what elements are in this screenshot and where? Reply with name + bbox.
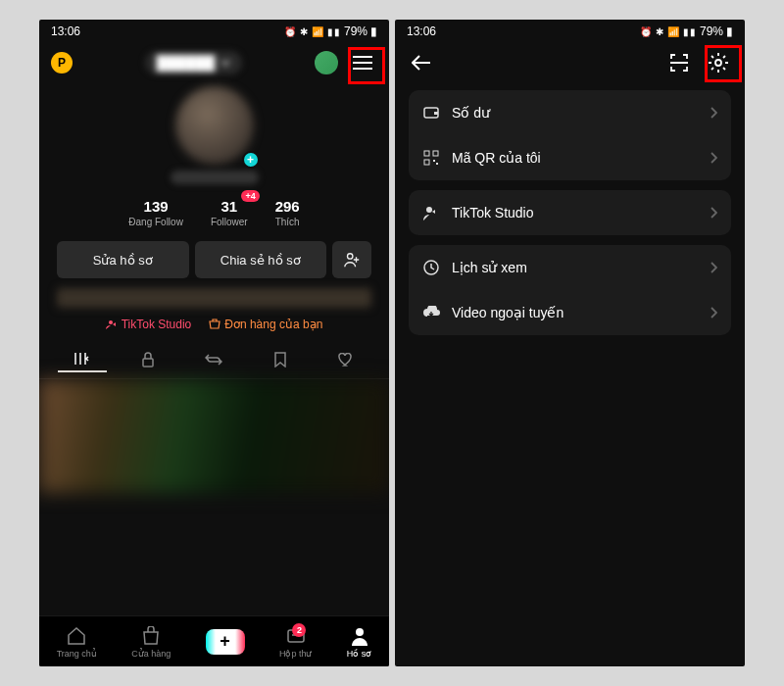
profile-avatar[interactable] [175, 86, 254, 165]
bottom-nav: Trang chủ Cửa hàng + 2 Hộp thư [39, 615, 389, 666]
status-indicators: ⏰ ✱ 📶 ▮▮ 79% ▮ [284, 24, 377, 38]
nav-home[interactable]: Trang chủ [57, 625, 97, 659]
person-icon [422, 204, 440, 221]
nav-shop[interactable]: Cửa hàng [131, 625, 171, 659]
settings-card-studio: TikTok Studio [409, 190, 731, 235]
settings-card-content: Lịch sử xem Video ngoại tuyến [409, 245, 731, 335]
profile-screen: 13:06 ⏰ ✱ 📶 ▮▮ 79% ▮ P ██████ [39, 20, 389, 666]
svg-rect-12 [436, 163, 438, 165]
bluetooth-icon: ✱ [300, 26, 309, 37]
settings-button[interactable] [704, 48, 733, 77]
qr-icon [422, 149, 440, 167]
inbox-badge: 2 [292, 623, 306, 637]
add-friend-button[interactable] [332, 241, 371, 278]
chevron-right-icon [710, 307, 717, 318]
battery-icon: ▮ [726, 24, 733, 38]
svg-point-1 [109, 320, 113, 324]
nav-profile[interactable]: Hồ sơ [347, 625, 372, 659]
svg-rect-2 [143, 359, 153, 367]
alarm-icon: ⏰ [640, 26, 653, 37]
status-time: 13:06 [407, 24, 436, 38]
chevron-right-icon [710, 107, 717, 119]
svg-rect-11 [433, 160, 435, 162]
signal-icon: ▮▮ [327, 26, 341, 37]
svg-point-13 [426, 207, 432, 213]
battery-icon: ▮ [370, 24, 377, 38]
chevron-right-icon [710, 262, 717, 273]
battery-pct: 79% [700, 24, 723, 38]
add-story-badge[interactable]: + [242, 151, 260, 169]
clock-icon [422, 259, 440, 276]
shop-icon [140, 625, 162, 647]
profile-avatar-section: + [39, 86, 389, 184]
promo-banner[interactable] [57, 288, 371, 308]
create-icon: + [206, 629, 245, 655]
share-profile-button[interactable]: Chia sẻ hồ sơ [195, 241, 327, 278]
wifi-icon: 📶 [312, 26, 324, 37]
nav-create[interactable]: + [206, 629, 245, 655]
menu-qr[interactable]: Mã QR của tôi [409, 135, 731, 180]
svg-point-4 [356, 628, 364, 636]
wifi-icon: 📶 [667, 26, 680, 37]
menu-button[interactable] [348, 48, 377, 77]
settings-header [395, 43, 745, 82]
settings-screen: 13:06 ⏰ ✱ 📶 ▮▮ 79% ▮ [395, 20, 745, 666]
username-dropdown[interactable]: ██████ [145, 51, 243, 74]
battery-pct: 79% [344, 24, 368, 38]
svg-rect-9 [433, 151, 438, 156]
content-tabs [39, 347, 389, 379]
settings-card-account: Số dư Mã QR của tôi [409, 90, 731, 180]
chevron-right-icon [710, 207, 717, 219]
stats-row: 139 Đang Follow +4 31 Follower 296 Thích [39, 198, 389, 227]
home-icon [66, 625, 87, 647]
bluetooth-icon: ✱ [656, 26, 664, 37]
status-bar: 13:06 ⏰ ✱ 📶 ▮▮ 79% ▮ [395, 20, 745, 43]
back-button[interactable] [407, 48, 436, 77]
display-name [171, 171, 259, 184]
tab-grid[interactable] [58, 347, 107, 372]
cloud-download-icon [422, 304, 440, 321]
scan-button[interactable] [664, 48, 694, 77]
nav-inbox[interactable]: 2 Hộp thư [279, 625, 313, 659]
menu-balance[interactable]: Số dư [409, 90, 731, 135]
stat-following[interactable]: 139 Đang Follow [128, 198, 183, 227]
new-follower-badge: +4 [241, 190, 259, 202]
status-bar: 13:06 ⏰ ✱ 📶 ▮▮ 79% ▮ [39, 20, 389, 43]
promo-badge[interactable]: P [51, 52, 73, 74]
edit-profile-button[interactable]: Sửa hồ sơ [57, 241, 189, 278]
menu-studio[interactable]: TikTok Studio [409, 190, 731, 235]
svg-point-0 [348, 254, 353, 259]
stat-followers[interactable]: +4 31 Follower [211, 198, 248, 227]
status-indicators: ⏰ ✱ 📶 ▮▮ 79% ▮ [640, 24, 733, 38]
video-thumbnail[interactable] [39, 379, 389, 493]
profile-header: P ██████ [39, 43, 389, 82]
settings-body: Số dư Mã QR của tôi [395, 82, 745, 353]
alarm-icon: ⏰ [284, 26, 297, 37]
status-time: 13:06 [51, 24, 80, 38]
tab-saved[interactable] [256, 347, 305, 372]
svg-point-5 [715, 60, 721, 66]
menu-offline[interactable]: Video ngoại tuyến [409, 290, 731, 335]
tab-liked[interactable] [321, 347, 370, 372]
wallet-icon [422, 104, 440, 122]
tab-repost[interactable] [189, 347, 238, 372]
tiktok-studio-link[interactable]: TikTok Studio [106, 318, 192, 331]
svg-rect-7 [434, 112, 438, 115]
svg-rect-8 [424, 151, 429, 156]
linked-account-avatar[interactable] [315, 51, 338, 74]
tab-private[interactable] [123, 347, 172, 372]
action-row: Sửa hồ sơ Chia sẻ hồ sơ [39, 227, 389, 288]
signal-icon: ▮▮ [683, 26, 697, 37]
profile-icon [349, 625, 370, 647]
stat-likes[interactable]: 296 Thích [275, 198, 300, 227]
orders-link[interactable]: Đơn hàng của bạn [209, 318, 322, 331]
quick-links: TikTok Studio Đơn hàng của bạn [39, 318, 389, 331]
svg-rect-10 [424, 160, 429, 165]
menu-history[interactable]: Lịch sử xem [409, 245, 731, 290]
chevron-right-icon [710, 152, 717, 164]
